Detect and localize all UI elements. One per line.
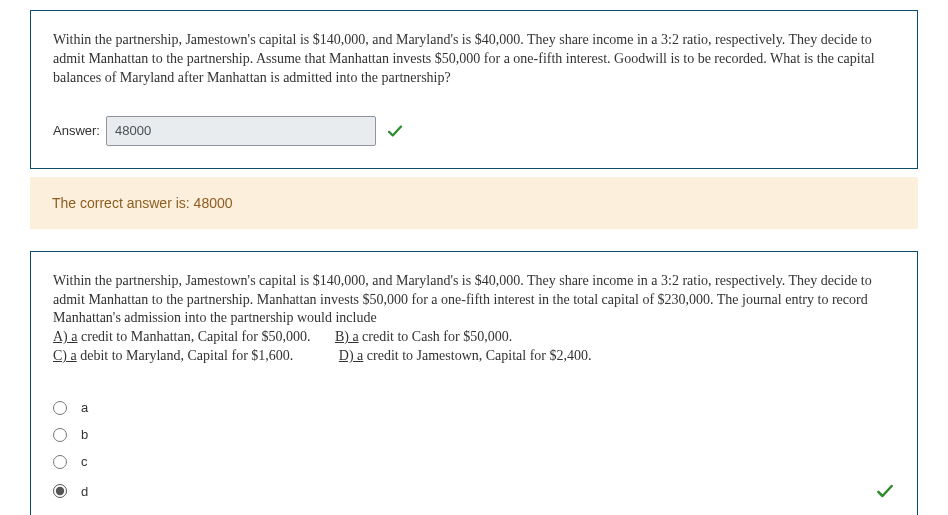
radio-c[interactable] xyxy=(53,455,67,469)
choice-c-text: debit to Maryland, Capital for $1,600. xyxy=(77,348,294,363)
question-1-text: Within the partnership, Jamestown's capi… xyxy=(53,31,895,88)
choice-d-text: credit to Jamestown, Capital for $2,400. xyxy=(363,348,591,363)
option-label-d[interactable]: d xyxy=(81,484,88,499)
feedback-box: The correct answer is: 48000 xyxy=(30,177,918,229)
radio-a[interactable] xyxy=(53,401,67,415)
choice-a-text: credit to Manhattan, Capital for $50,000… xyxy=(78,329,311,344)
check-icon xyxy=(386,122,404,140)
options-group: a b c d xyxy=(53,394,895,507)
radio-b[interactable] xyxy=(53,428,67,442)
check-icon xyxy=(875,481,895,501)
question-1-box: Within the partnership, Jamestown's capi… xyxy=(30,10,918,169)
option-label-a[interactable]: a xyxy=(81,400,88,415)
choice-b-letter: B) a xyxy=(335,329,359,344)
choice-c-letter: C) a xyxy=(53,348,77,363)
question-2-text: Within the partnership, Jamestown's capi… xyxy=(53,272,895,366)
choice-a-letter: A) a xyxy=(53,329,78,344)
choice-b-text: credit to Cash for $50,000. xyxy=(359,329,513,344)
option-label-c[interactable]: c xyxy=(81,454,88,469)
question-2-intro: Within the partnership, Jamestown's capi… xyxy=(53,273,872,326)
question-2-box: Within the partnership, Jamestown's capi… xyxy=(30,251,918,515)
answer-input[interactable] xyxy=(106,116,376,146)
feedback-text: The correct answer is: 48000 xyxy=(52,195,233,211)
answer-label: Answer: xyxy=(53,123,100,138)
answer-row: Answer: xyxy=(53,116,895,146)
option-d-check-wrap xyxy=(871,481,895,501)
option-row-d: d xyxy=(53,475,895,507)
choice-d-letter: D) a xyxy=(339,348,364,363)
option-row-a: a xyxy=(53,394,895,421)
radio-d[interactable] xyxy=(53,484,67,498)
option-label-b[interactable]: b xyxy=(81,427,88,442)
option-row-b: b xyxy=(53,421,895,448)
option-row-c: c xyxy=(53,448,895,475)
